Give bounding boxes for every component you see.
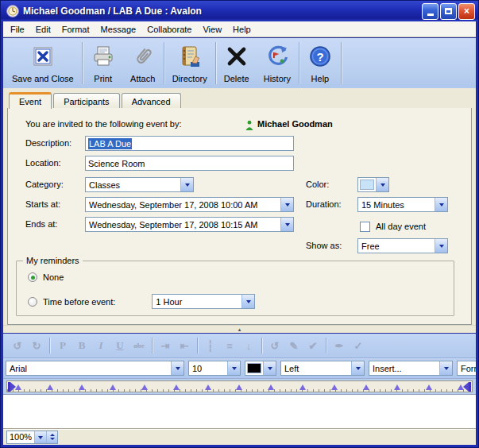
chevron-down-icon[interactable] (171, 361, 183, 375)
history-button[interactable]: History (257, 40, 298, 87)
tab-stop-marker[interactable] (426, 384, 432, 390)
font-size-select[interactable]: 10 (188, 361, 241, 376)
tab-stop-marker[interactable] (205, 384, 211, 390)
menu-collaborate[interactable]: Collaborate (141, 22, 197, 37)
pen-icon[interactable]: ✎ (284, 340, 303, 352)
strikethrough-icon[interactable]: abc (129, 342, 149, 350)
tab-stop-marker[interactable] (15, 384, 21, 390)
menu-file[interactable]: File (5, 22, 30, 37)
chevron-down-icon[interactable] (435, 198, 447, 211)
insert-select[interactable]: Insert... (369, 361, 453, 376)
spinner-down-icon[interactable] (47, 437, 57, 443)
category-select[interactable]: Classes (85, 177, 194, 192)
ruler[interactable] (6, 380, 473, 392)
move-down-icon[interactable]: ↓ (239, 340, 258, 352)
right-margin-marker[interactable] (463, 382, 471, 392)
print-button[interactable]: Print (83, 40, 123, 87)
delete-button[interactable]: Delete (217, 40, 257, 87)
maximize-button[interactable] (440, 3, 457, 20)
underline-icon[interactable]: U (110, 339, 129, 352)
tab-stop-marker[interactable] (236, 384, 242, 390)
chevron-down-icon[interactable] (280, 198, 293, 211)
menu-format[interactable]: Format (56, 22, 95, 37)
format-value: Format... (458, 364, 476, 373)
zoom-select[interactable]: 100% (6, 431, 58, 444)
invite-text: You are invited to the following event b… (25, 119, 182, 129)
tab-stop-marker[interactable] (141, 384, 148, 390)
zoom-spinner[interactable] (46, 431, 57, 443)
attach-button[interactable]: Attach (123, 40, 163, 87)
italic-icon[interactable]: I (91, 339, 110, 352)
tab-stop-marker[interactable] (110, 384, 116, 390)
message-body[interactable] (3, 394, 476, 428)
all-day-checkbox[interactable] (360, 222, 370, 232)
font-color-select[interactable] (245, 361, 276, 376)
my-reminders-label: My reminders (23, 256, 83, 265)
font-toolbar: Arial 10 Left Insert... Format... (3, 357, 476, 378)
splitter-handle[interactable]: ▴ (3, 325, 476, 333)
duration-select[interactable]: 15 Minutes (357, 197, 448, 212)
location-label: Location: (25, 158, 61, 168)
chevron-down-icon[interactable] (351, 361, 364, 375)
directory-button[interactable]: Directory (165, 40, 214, 87)
rotate-text-icon[interactable]: ↺ (265, 340, 284, 352)
chevron-down-icon[interactable] (435, 239, 447, 253)
redo-icon[interactable]: ↻ (27, 340, 46, 352)
signature-icon[interactable]: ✒ (330, 340, 349, 352)
accept-edit-icon[interactable]: ✔ (303, 340, 323, 352)
tab-stop-marker[interactable] (394, 384, 400, 390)
indent-increase-icon[interactable]: ⇥ (156, 340, 175, 352)
menu-view[interactable]: View (197, 22, 227, 37)
minimize-button[interactable] (422, 3, 438, 20)
chevron-down-icon[interactable] (227, 361, 240, 375)
menu-edit[interactable]: Edit (30, 22, 56, 37)
chevron-down-icon[interactable] (241, 295, 254, 308)
ends-at-select[interactable]: Wednesday, September 17, 2008 10:15 AM (85, 217, 294, 232)
format-select[interactable]: Format... (457, 361, 476, 376)
reminder-time-radio[interactable] (28, 297, 37, 307)
indent-decrease-icon[interactable]: ⇤ (175, 340, 194, 352)
tab-stop-marker[interactable] (47, 384, 53, 390)
font-family-select[interactable]: Arial (6, 361, 184, 376)
tab-stop-marker[interactable] (299, 384, 306, 390)
chevron-down-icon[interactable] (439, 361, 452, 375)
menu-message[interactable]: Message (95, 22, 142, 37)
help-button[interactable]: ? Help (300, 40, 340, 87)
undo-icon[interactable]: ↺ (8, 340, 27, 352)
chevron-down-icon[interactable] (263, 361, 276, 375)
paperclip-icon (130, 44, 156, 72)
tab-participants[interactable]: Participants (53, 93, 119, 109)
titlebar[interactable]: Michael Goodman / LAB A Due : Avalon × (1, 1, 478, 21)
bulleted-list-icon[interactable]: ┆ (201, 340, 220, 352)
left-margin-marker[interactable] (8, 382, 16, 392)
reminder-none-radio[interactable] (28, 272, 37, 282)
description-input[interactable]: LAB A Due (85, 136, 294, 151)
chevron-down-icon[interactable] (280, 218, 293, 231)
tab-advanced[interactable]: Advanced (122, 93, 181, 109)
spell-check-icon[interactable]: ✓ (349, 340, 368, 352)
location-input[interactable]: Science Room (85, 156, 294, 171)
save-and-close-button[interactable]: Save and Close (5, 40, 81, 87)
chevron-down-icon[interactable] (180, 178, 193, 191)
tab-stop-marker[interactable] (363, 384, 369, 390)
my-reminders-group: My reminders None Time before event: 1 H… (16, 261, 454, 316)
menu-help[interactable]: Help (227, 22, 257, 37)
starts-at-select[interactable]: Wednesday, September 17, 2008 10:00 AM (85, 197, 294, 212)
paragraph-style-icon[interactable]: P (53, 339, 72, 352)
show-as-select[interactable]: Free (357, 238, 448, 253)
history-icon (265, 44, 290, 72)
tab-event[interactable]: Event (9, 92, 52, 109)
tab-stop-marker[interactable] (268, 384, 274, 390)
tab-stop-marker[interactable] (331, 384, 338, 390)
color-select[interactable] (357, 177, 389, 192)
chevron-down-icon[interactable] (376, 178, 388, 191)
tab-stop-marker[interactable] (79, 384, 85, 390)
tab-stop-marker[interactable] (173, 384, 180, 390)
close-button[interactable]: × (458, 3, 475, 20)
reminder-time-select[interactable]: 1 Hour (152, 294, 255, 309)
bold-icon[interactable]: B (72, 339, 91, 352)
spinner-up-icon[interactable] (47, 431, 57, 438)
line-spacing-icon[interactable]: ≡ (220, 340, 239, 352)
align-select[interactable]: Left (280, 361, 365, 376)
chevron-down-icon[interactable] (34, 431, 46, 443)
